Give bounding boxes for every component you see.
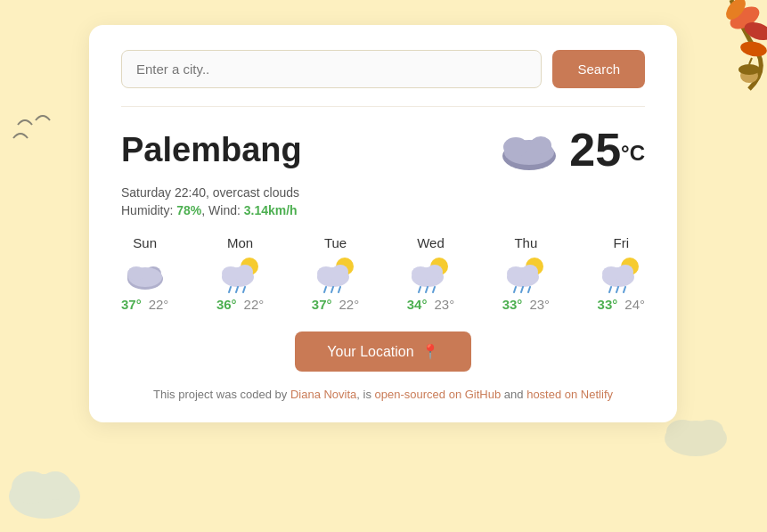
svg-point-18 <box>530 136 551 154</box>
svg-point-4 <box>740 69 758 83</box>
temp-high: 36° <box>216 297 237 312</box>
svg-line-51 <box>528 287 530 292</box>
footer-text-mid2: and <box>501 388 526 401</box>
footer-github-link[interactable]: open-sourced on GitHub <box>375 388 502 401</box>
svg-line-44 <box>433 287 435 292</box>
forecast-day-wed: Wed 34°23° <box>407 235 454 312</box>
temp-low: 23° <box>434 297 454 312</box>
svg-line-49 <box>514 287 516 292</box>
temp-high: 37° <box>312 297 332 312</box>
svg-point-33 <box>317 266 335 281</box>
svg-point-17 <box>503 137 528 157</box>
footer-author-link[interactable]: Diana Novita <box>290 388 356 401</box>
svg-point-34 <box>332 265 348 279</box>
temp-range: 37°22° <box>121 297 168 312</box>
day-label: Fri <box>614 235 630 250</box>
temp-low: 22° <box>149 297 169 312</box>
svg-line-28 <box>229 287 231 292</box>
humidity-value: 78% <box>176 203 201 217</box>
forecast-icon <box>503 254 548 293</box>
temp-range: 37°22° <box>312 297 359 312</box>
svg-line-35 <box>324 287 326 292</box>
pin-icon: 📍 <box>421 343 439 360</box>
day-label: Mon <box>227 235 253 250</box>
footer-text-mid1: , is <box>356 388 374 401</box>
temp-high: 33° <box>598 297 618 312</box>
humidity-label: Humidity: <box>121 203 173 217</box>
svg-point-41 <box>427 265 443 279</box>
forecast-day-mon: Mon 36°22° <box>216 235 264 312</box>
svg-point-3 <box>739 40 767 59</box>
svg-point-54 <box>602 266 620 281</box>
svg-point-48 <box>522 265 538 279</box>
location-button[interactable]: Your Location 📍 <box>295 331 470 372</box>
temp-unit: °C <box>621 141 645 165</box>
svg-line-56 <box>609 287 611 292</box>
temp-high: 37° <box>121 297 142 312</box>
footer-netlify-link[interactable]: hosted on Netlify <box>526 388 613 401</box>
weather-humidity: Humidity: 78%, Wind: 3.14km/h <box>121 203 645 217</box>
forecast-icon <box>218 254 263 293</box>
temp-display: 25°C <box>569 123 645 176</box>
footer: This project was coded by Diana Novita, … <box>121 388 645 401</box>
weather-icon-current <box>498 127 560 172</box>
day-label: Tue <box>324 235 347 250</box>
forecast-icon <box>408 254 453 293</box>
svg-line-6 <box>749 58 752 64</box>
forecast-icon <box>599 254 643 293</box>
day-label: Wed <box>417 235 445 250</box>
svg-point-55 <box>617 265 633 279</box>
svg-point-8 <box>12 471 51 503</box>
forecast-icon <box>123 254 167 293</box>
svg-point-0 <box>726 2 763 33</box>
svg-point-12 <box>695 420 723 441</box>
svg-line-30 <box>243 287 245 292</box>
temp-value: 25 <box>569 124 621 176</box>
svg-point-10 <box>665 421 727 456</box>
svg-point-26 <box>222 266 240 281</box>
weather-card: Search Palembang 25°C Saturday 22:40, ov… <box>89 25 677 422</box>
wind-value: 3.14km/h <box>244 203 298 217</box>
svg-point-47 <box>507 266 525 281</box>
temp-low: 24° <box>624 297 645 312</box>
city-name: Palembang <box>121 131 302 169</box>
temp-high: 34° <box>407 297 428 312</box>
search-input[interactable] <box>121 50 542 88</box>
svg-point-23 <box>127 266 145 281</box>
temp-high: 33° <box>502 297 523 312</box>
day-label: Thu <box>514 235 537 250</box>
city-temp-row: Palembang 25°C <box>121 123 645 176</box>
svg-line-43 <box>426 287 428 292</box>
forecast-day-thu: Thu 33°23° <box>502 235 550 312</box>
svg-line-50 <box>521 287 523 292</box>
temp-range: 33°24° <box>598 297 645 312</box>
forecast-row: Sun 37°22°Mon 36°22°Tue <box>121 235 645 312</box>
svg-point-9 <box>39 471 71 500</box>
temp-low: 23° <box>529 297 550 312</box>
svg-point-1 <box>742 19 767 44</box>
search-row: Search <box>121 50 645 88</box>
svg-point-7 <box>9 474 80 519</box>
forecast-day-sun: Sun 37°22° <box>121 235 168 312</box>
footer-text-before: This project was coded by <box>153 388 290 401</box>
svg-line-37 <box>339 287 340 292</box>
svg-point-2 <box>722 0 749 23</box>
day-label: Sun <box>133 235 157 250</box>
temp-range: 36°22° <box>216 297 264 312</box>
location-label: Your Location <box>327 344 413 360</box>
divider <box>121 106 645 107</box>
location-row: Your Location 📍 <box>121 331 645 372</box>
temp-range: 33°23° <box>502 297 550 312</box>
svg-point-5 <box>738 64 760 75</box>
svg-point-27 <box>237 265 253 279</box>
svg-point-11 <box>666 420 698 445</box>
weather-details: Saturday 22:40, overcast clouds Humidity… <box>121 185 645 217</box>
svg-line-29 <box>236 287 238 292</box>
temp-low: 22° <box>339 297 360 312</box>
svg-line-36 <box>331 287 333 292</box>
forecast-day-fri: Fri 33°24° <box>598 235 645 312</box>
svg-line-58 <box>624 287 625 292</box>
svg-line-42 <box>419 287 420 292</box>
search-button[interactable]: Search <box>552 50 645 88</box>
forecast-icon <box>314 254 358 293</box>
